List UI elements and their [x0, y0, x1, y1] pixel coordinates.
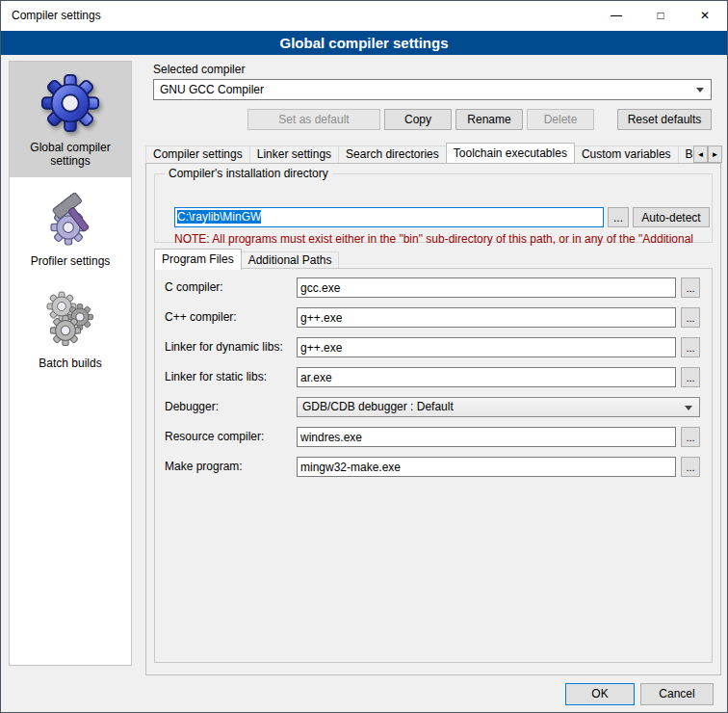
- tab-additional-paths[interactable]: Additional Paths: [241, 251, 340, 269]
- field-row-linker-dynamic: Linker for dynamic libs: ...: [155, 337, 712, 357]
- cancel-button[interactable]: Cancel: [640, 683, 714, 705]
- titlebar: Compiler settings — □ ✕: [1, 1, 727, 31]
- sidebar-item-global-compiler-settings[interactable]: Global compiler settings: [10, 62, 131, 177]
- delete-button[interactable]: Delete: [527, 109, 594, 130]
- rename-button[interactable]: Rename: [455, 109, 523, 130]
- debugger-select[interactable]: GDB/CDB debugger : Default: [297, 397, 700, 417]
- sidebar-item-profiler-settings[interactable]: Profiler settings: [10, 177, 131, 277]
- gear-blue-icon: [39, 71, 101, 135]
- maximize-icon[interactable]: □: [638, 1, 683, 31]
- tab-scroll-right-icon[interactable]: ►: [708, 145, 722, 163]
- field-row-linker-static: Linker for static libs: ...: [155, 367, 712, 387]
- resource-compiler-browse-button[interactable]: ...: [681, 427, 700, 447]
- make-program-browse-button[interactable]: ...: [681, 457, 700, 477]
- tab-program-files[interactable]: Program Files: [154, 249, 242, 270]
- tab-custom-variables[interactable]: Custom variables: [574, 145, 679, 163]
- linker-static-label: Linker for static libs:: [165, 367, 267, 387]
- installation-directory-browse-button[interactable]: ...: [608, 207, 629, 227]
- compiler-settings-window: Compiler settings — □ ✕ Global compiler …: [0, 0, 728, 713]
- program-files-page: C compiler: ... C++ compiler: ... Linker…: [154, 268, 713, 663]
- profiler-icon: [41, 187, 99, 249]
- installation-directory-input[interactable]: C:\raylib\MinGW: [174, 207, 604, 227]
- cpp-compiler-label: C++ compiler:: [165, 307, 237, 328]
- reset-defaults-button[interactable]: Reset defaults: [617, 109, 712, 130]
- tab-build-options-truncated[interactable]: Buil: [678, 145, 694, 163]
- batch-builds-icon: [40, 287, 100, 351]
- compiler-select-value: GNU GCC Compiler: [160, 83, 264, 96]
- field-row-resource-compiler: Resource compiler: ...: [155, 427, 712, 447]
- linker-static-browse-button[interactable]: ...: [681, 367, 700, 387]
- c-compiler-input[interactable]: [297, 277, 676, 298]
- toolchain-executables-page: Compiler's installation directory C:\ray…: [145, 163, 721, 675]
- sidebar-item-label: Global compiler settings: [12, 141, 129, 168]
- installation-directory-selected-text: C:\raylib\MinGW: [177, 210, 261, 224]
- resource-compiler-label: Resource compiler:: [165, 427, 264, 447]
- main-tabstrip: Compiler settings Linker settings Search…: [145, 143, 694, 163]
- close-icon[interactable]: ✕: [683, 1, 727, 31]
- tab-linker-settings[interactable]: Linker settings: [249, 145, 339, 163]
- make-program-label: Make program:: [165, 457, 243, 477]
- cpp-compiler-browse-button[interactable]: ...: [681, 307, 700, 328]
- installation-directory-group: Compiler's installation directory C:\ray…: [154, 173, 713, 243]
- minimize-icon[interactable]: —: [594, 1, 638, 31]
- cpp-compiler-input[interactable]: [297, 307, 676, 328]
- linker-dynamic-label: Linker for dynamic libs:: [165, 337, 283, 357]
- field-row-c-compiler: C compiler: ...: [155, 277, 712, 298]
- compiler-select[interactable]: GNU GCC Compiler: [153, 79, 712, 100]
- sidebar-item-label: Profiler settings: [31, 254, 111, 268]
- window-title: Compiler settings: [12, 1, 101, 31]
- field-row-debugger: Debugger: GDB/CDB debugger : Default: [155, 397, 712, 417]
- c-compiler-label: C compiler:: [165, 277, 223, 298]
- chevron-down-icon: [685, 406, 692, 410]
- category-list: Global compiler settings Profiler settin…: [9, 61, 132, 666]
- copy-button[interactable]: Copy: [384, 109, 452, 130]
- resource-compiler-input[interactable]: [297, 427, 676, 447]
- installation-directory-group-title: Compiler's installation directory: [165, 167, 332, 180]
- tab-search-directories[interactable]: Search directories: [338, 145, 447, 163]
- install-dir-note: NOTE: All programs must exist either in …: [174, 232, 710, 246]
- debugger-label: Debugger:: [165, 397, 219, 417]
- program-files-tabstrip: Program Files Additional Paths: [154, 249, 339, 269]
- dialog-header: Global compiler settings: [1, 31, 727, 55]
- make-program-input[interactable]: [297, 457, 676, 477]
- set-as-default-button[interactable]: Set as default: [247, 109, 380, 130]
- debugger-select-value: GDB/CDB debugger : Default: [302, 400, 454, 413]
- auto-detect-button[interactable]: Auto-detect: [633, 207, 710, 227]
- ok-button[interactable]: OK: [565, 683, 635, 705]
- tab-toolchain-executables[interactable]: Toolchain executables: [446, 143, 575, 163]
- tab-scroll-left-icon[interactable]: ◄: [693, 145, 708, 163]
- linker-static-input[interactable]: [297, 367, 676, 387]
- chevron-down-icon: [696, 88, 704, 92]
- linker-dynamic-input[interactable]: [297, 337, 676, 357]
- c-compiler-browse-button[interactable]: ...: [681, 277, 700, 298]
- sidebar-item-label: Batch builds: [39, 356, 101, 370]
- field-row-cpp-compiler: C++ compiler: ...: [155, 307, 712, 328]
- linker-dynamic-browse-button[interactable]: ...: [681, 337, 700, 357]
- field-row-make-program: Make program: ...: [155, 457, 712, 477]
- sidebar-item-batch-builds[interactable]: Batch builds: [10, 277, 131, 380]
- window-controls: — □ ✕: [594, 1, 727, 31]
- tab-compiler-settings[interactable]: Compiler settings: [145, 145, 250, 163]
- selected-compiler-label: Selected compiler: [153, 63, 245, 76]
